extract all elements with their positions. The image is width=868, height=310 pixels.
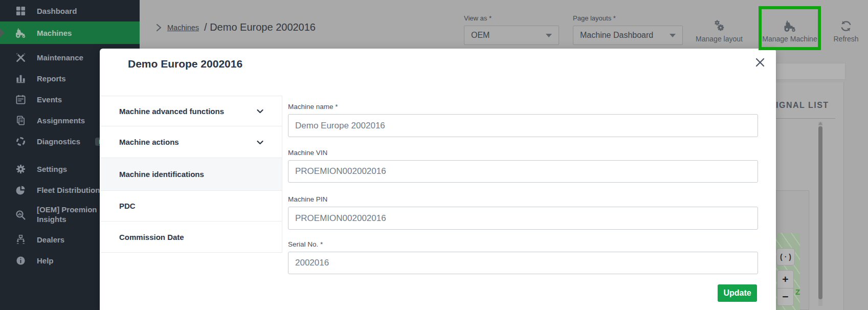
bar-chart-icon bbox=[14, 74, 27, 83]
pie-chart-icon bbox=[14, 185, 27, 195]
manage-machine-button[interactable]: Manage Machine bbox=[761, 19, 819, 43]
machine-vin-field-group: Machine VIN bbox=[288, 149, 758, 183]
menu-item-label: Commission Date bbox=[119, 233, 184, 241]
active-item-marker bbox=[0, 28, 5, 37]
machine-edit-modal: Demo Europe 2002016 Machine advanced fun… bbox=[100, 49, 776, 310]
menu-item-label: PDC bbox=[119, 202, 136, 210]
menu-item-machine-actions[interactable]: Machine actions bbox=[101, 126, 282, 158]
sidebar-item-label: Maintenance bbox=[37, 53, 83, 62]
menu-item-machine-advanced-functions[interactable]: Machine advanced functions bbox=[101, 96, 282, 126]
menu-item-pdc[interactable]: PDC bbox=[101, 190, 282, 221]
menu-item-label: Machine identifications bbox=[119, 170, 204, 179]
dashboard-grid-icon bbox=[14, 6, 27, 16]
chevron-right-icon bbox=[156, 24, 162, 32]
page-layouts-value: Machine Dashboard bbox=[580, 31, 653, 40]
page-layouts-label: Page layouts * bbox=[573, 14, 683, 22]
sidebar-item-label: Help bbox=[37, 256, 54, 265]
caret-down-icon bbox=[670, 34, 676, 37]
manage-layout-button[interactable]: Manage layout bbox=[692, 19, 747, 43]
breadcrumb: Machines / Demo Europe 2002016 bbox=[156, 21, 316, 33]
close-button[interactable] bbox=[753, 56, 767, 69]
map-zoom-control: + − bbox=[777, 271, 793, 305]
gears-icon bbox=[713, 19, 726, 33]
documents-icon bbox=[14, 116, 27, 125]
diagnostics-icon bbox=[14, 137, 27, 146]
machine-vin-label: Machine VIN bbox=[288, 149, 758, 157]
caret-down-icon bbox=[546, 34, 552, 37]
app-screen: IGNAL LIST ( · ) + − Z Machines / Demo E… bbox=[0, 0, 868, 310]
scrollbar-thumb[interactable] bbox=[818, 126, 822, 299]
machine-name-field-group: Machine name * bbox=[288, 103, 758, 137]
scrollbar-up-icon[interactable] bbox=[818, 122, 822, 125]
sidebar-item-label: Fleet Distribution bbox=[37, 186, 100, 194]
menu-item-commission-date[interactable]: Commission Date bbox=[101, 221, 282, 253]
modal-title: Demo Europe 2002016 bbox=[128, 58, 242, 70]
tractor-icon bbox=[783, 19, 797, 33]
tools-icon bbox=[14, 53, 27, 62]
sidebar-item-label: Settings bbox=[37, 165, 67, 173]
view-as-group: View as * OEM bbox=[464, 14, 559, 45]
map-locate-button[interactable]: ( · ) bbox=[777, 249, 794, 265]
refresh-button[interactable]: Refresh bbox=[832, 19, 860, 43]
signal-list-heading: IGNAL LIST bbox=[776, 101, 829, 110]
dealers-hierarchy-icon bbox=[14, 235, 27, 245]
chevron-down-icon bbox=[257, 138, 263, 146]
serial-no-input[interactable] bbox=[288, 252, 758, 274]
serial-no-field-group: Serial No. * bbox=[288, 240, 758, 274]
sidebar-item-label: Diagnostics bbox=[37, 137, 80, 146]
machine-pin-label: Machine PIN bbox=[288, 195, 758, 203]
machine-name-input[interactable] bbox=[288, 114, 758, 137]
info-icon bbox=[14, 256, 27, 265]
sidebar-item-label: [OEM] Proemion Insights bbox=[37, 205, 97, 225]
sidebar-item-label: Reports bbox=[37, 74, 66, 83]
manage-machine-label: Manage Machine bbox=[762, 35, 817, 43]
view-as-select[interactable]: OEM bbox=[464, 26, 559, 45]
divider bbox=[776, 118, 835, 119]
menu-item-label: Machine actions bbox=[119, 138, 179, 146]
close-icon bbox=[755, 58, 765, 67]
breadcrumb-machines-link[interactable]: Machines bbox=[167, 24, 199, 32]
page-layouts-group: Page layouts * Machine Dashboard bbox=[573, 14, 683, 45]
sidebar-item-machines[interactable]: Machines bbox=[0, 21, 140, 44]
sidebar-item-label: Machines bbox=[37, 29, 72, 37]
insights-magnifier-icon bbox=[14, 210, 27, 220]
machine-name-label: Machine name * bbox=[288, 103, 758, 110]
breadcrumb-current: / Demo Europe 2002016 bbox=[204, 21, 316, 33]
view-as-value: OEM bbox=[471, 31, 489, 40]
modal-menu: Machine advanced functions Machine actio… bbox=[101, 96, 282, 253]
manage-layout-label: Manage layout bbox=[696, 35, 743, 43]
machine-pin-field-group: Machine PIN bbox=[288, 195, 758, 230]
refresh-label: Refresh bbox=[833, 35, 858, 43]
serial-no-label: Serial No. * bbox=[288, 240, 758, 248]
sidebar-item-label: Assignments bbox=[37, 116, 85, 125]
map-zoom-in-button[interactable]: + bbox=[777, 271, 793, 289]
tractor-icon bbox=[14, 27, 27, 39]
map-zoom-out-button[interactable]: − bbox=[777, 289, 793, 306]
chevron-down-icon bbox=[257, 107, 263, 116]
sidebar-item-label: Events bbox=[37, 95, 62, 104]
calendar-icon bbox=[14, 95, 27, 104]
update-button[interactable]: Update bbox=[718, 284, 757, 302]
gear-icon bbox=[14, 164, 27, 174]
sidebar-item-label: Dashboard bbox=[37, 7, 77, 15]
menu-item-machine-identifications[interactable]: Machine identifications bbox=[101, 158, 282, 190]
sidebar-item-dashboard[interactable]: Dashboard bbox=[0, 0, 140, 21]
machine-vin-input[interactable] bbox=[288, 160, 758, 183]
view-as-label: View as * bbox=[464, 14, 559, 22]
menu-item-label: Machine advanced functions bbox=[119, 107, 224, 116]
background-tab-bar bbox=[776, 63, 845, 80]
machine-pin-input[interactable] bbox=[288, 207, 758, 230]
sidebar-item-label: Dealers bbox=[37, 235, 64, 244]
map-label: Z bbox=[795, 287, 800, 296]
refresh-icon bbox=[839, 19, 853, 33]
page-layouts-select[interactable]: Machine Dashboard bbox=[573, 26, 683, 45]
